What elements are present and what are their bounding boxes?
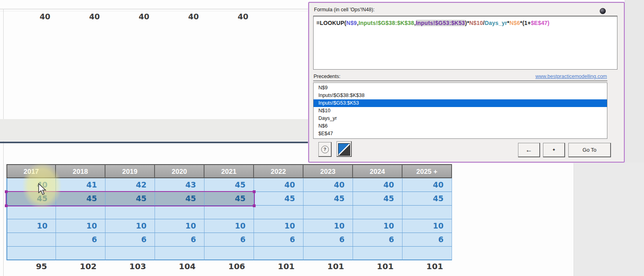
cell[interactable]: 10 <box>56 219 105 233</box>
cell[interactable]: 40 <box>56 12 105 21</box>
formula-token: =LOOKUP( <box>316 20 346 26</box>
cell[interactable]: 10 <box>303 219 353 233</box>
cell[interactable]: 40 <box>254 178 303 192</box>
cell[interactable]: 40 <box>204 12 254 21</box>
precedent-item[interactable]: Inputs!$G$38:$K$38 <box>314 92 607 99</box>
total-cell[interactable]: 102 <box>56 262 105 271</box>
cell[interactable] <box>402 247 452 260</box>
navigate-forward-button[interactable]: ✦ <box>543 143 565 157</box>
website-link[interactable]: www.bestpracticemodelling.com <box>313 74 607 79</box>
forward-diamond-icon: ✦ <box>552 147 555 152</box>
cell[interactable]: 6 <box>353 233 402 247</box>
precedent-item[interactable]: N$10 <box>314 107 607 115</box>
cell[interactable] <box>303 247 353 260</box>
total-cell[interactable]: 101 <box>303 262 353 271</box>
formula-token: )* <box>465 20 469 26</box>
cell[interactable] <box>56 206 105 219</box>
year-header-cell[interactable]: 2022 <box>254 164 303 178</box>
total-cell[interactable]: 101 <box>353 262 402 271</box>
pin-icon[interactable] <box>600 8 606 14</box>
cell[interactable]: 45 <box>303 192 353 206</box>
formula-token: N$9 <box>346 20 357 26</box>
precedents-listbox[interactable]: N$9 Inputs!$G$38:$K$38 Inputs!$G53:$K53 … <box>313 82 607 139</box>
cell[interactable]: 45 <box>254 192 303 206</box>
total-cell[interactable]: 104 <box>155 262 204 271</box>
precedents-separator <box>313 80 607 81</box>
cell[interactable] <box>353 206 402 219</box>
cell[interactable]: 6 <box>155 233 204 247</box>
cell[interactable]: 10 <box>353 219 402 233</box>
cell[interactable] <box>303 206 353 219</box>
table-header-row: 2017 2018 2019 2020 2021 2022 2023 2024 … <box>6 164 452 178</box>
cell[interactable]: 40 <box>6 12 56 21</box>
year-header-cell[interactable]: 2019 <box>105 164 155 178</box>
back-arrow-icon: ← <box>526 146 533 154</box>
year-header-cell[interactable]: 2020 <box>155 164 204 178</box>
cell-selected[interactable]: 45 <box>155 192 204 206</box>
year-header-cell[interactable]: 2024 <box>353 164 402 178</box>
precedent-item-selected[interactable]: Inputs!$G53:$K53 <box>314 99 607 107</box>
cell[interactable] <box>105 206 155 219</box>
total-cell[interactable]: 106 <box>204 262 254 271</box>
cell[interactable] <box>56 247 105 260</box>
formula-token: N$10 <box>469 20 483 26</box>
precedent-item[interactable]: N$9 <box>314 84 607 92</box>
cell[interactable]: 6 <box>204 233 254 247</box>
cell[interactable] <box>254 247 303 260</box>
bpm-logo-button[interactable] <box>336 141 352 157</box>
cell[interactable]: 10 <box>6 219 56 233</box>
cell-selected[interactable]: 45 <box>204 192 254 206</box>
cell[interactable]: 45 <box>353 192 402 206</box>
precedent-item[interactable]: Days_yr <box>314 115 607 122</box>
cell[interactable]: 6 <box>56 233 105 247</box>
year-header-cell[interactable]: 2025 + <box>402 164 452 178</box>
total-cell[interactable]: 101 <box>402 262 452 271</box>
cell[interactable]: 43 <box>155 178 204 192</box>
cell[interactable] <box>204 206 254 219</box>
cell[interactable]: 40 <box>303 178 353 192</box>
navigate-back-button[interactable]: ← <box>518 143 540 157</box>
cell[interactable] <box>204 247 254 260</box>
bpm-logo-icon <box>338 143 350 156</box>
formula-display-box[interactable]: =LOOKUP(N$9,Inputs!$G$38:$K$38,Inputs!$G… <box>313 16 617 70</box>
total-cell[interactable]: 103 <box>105 262 155 271</box>
cell[interactable]: 10 <box>254 219 303 233</box>
precedent-item[interactable]: N$6 <box>314 122 607 130</box>
cell[interactable] <box>402 206 452 219</box>
go-to-button[interactable]: Go To <box>568 143 611 157</box>
cell[interactable] <box>155 206 204 219</box>
cell[interactable]: 6 <box>254 233 303 247</box>
total-cell[interactable]: 101 <box>254 262 303 271</box>
cell[interactable] <box>155 247 204 260</box>
cell[interactable] <box>6 233 56 247</box>
cell[interactable]: 10 <box>155 219 204 233</box>
cell[interactable]: 42 <box>105 178 155 192</box>
cell[interactable]: 6 <box>105 233 155 247</box>
cell[interactable]: 10 <box>105 219 155 233</box>
cell[interactable] <box>254 206 303 219</box>
cell[interactable]: 40 <box>402 178 452 192</box>
cell-selected[interactable]: 45 <box>105 192 155 206</box>
year-header-cell[interactable]: 2021 <box>204 164 254 178</box>
precedent-item[interactable]: $E$47 <box>314 130 607 138</box>
cell[interactable]: 45 <box>204 178 254 192</box>
cell[interactable]: 40 <box>155 12 204 21</box>
help-button[interactable]: ? <box>318 142 332 157</box>
year-header-cell[interactable]: 2023 <box>303 164 353 178</box>
help-icon: ? <box>321 146 329 153</box>
table-row-selected: 45 45 45 45 45 45 45 45 45 <box>6 192 452 206</box>
cell[interactable]: 6 <box>303 233 353 247</box>
cell[interactable]: 45 <box>402 192 452 206</box>
cell[interactable] <box>105 247 155 260</box>
cell[interactable] <box>6 247 56 260</box>
cell[interactable]: 10 <box>402 219 452 233</box>
total-cell[interactable]: 95 <box>6 262 56 271</box>
totals-row: 95 102 103 104 106 101 101 101 101 <box>6 262 452 271</box>
cell[interactable]: 6 <box>402 233 452 247</box>
cell[interactable]: 40 <box>353 178 402 192</box>
formula-token-highlighted: Inputs!$G53:$K53 <box>416 20 465 26</box>
table-row: 40 41 42 43 45 40 40 40 40 <box>6 178 452 192</box>
cell[interactable]: 10 <box>204 219 254 233</box>
cell[interactable] <box>353 247 402 260</box>
cell[interactable]: 40 <box>105 12 155 21</box>
